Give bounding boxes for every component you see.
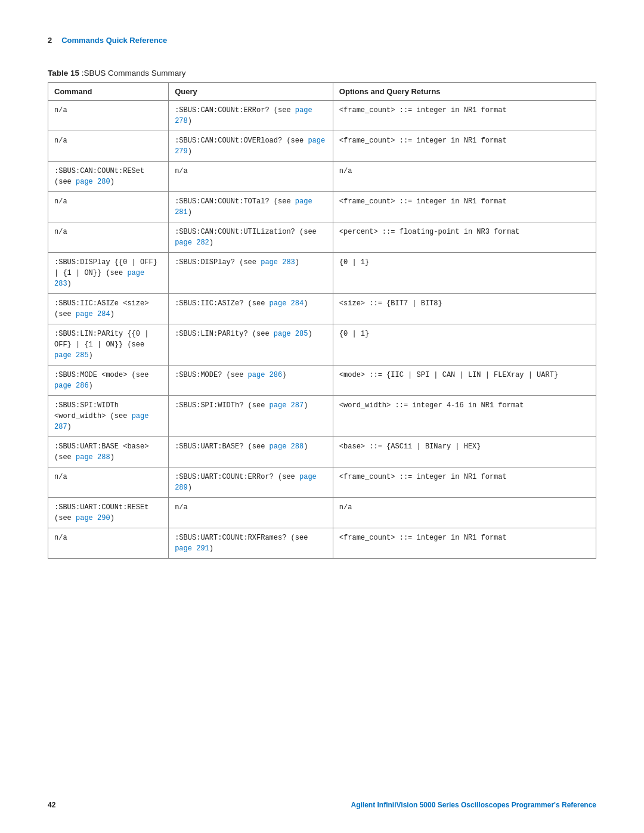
page-link[interactable]: page 291 xyxy=(175,544,209,553)
table-caption: Table 15 :SBUS Commands Summary xyxy=(48,69,596,78)
footer-product-name: Agilent InfiniiVision 5000 Series Oscill… xyxy=(351,801,596,809)
table-row: :SBUS:LIN:PARity {{0 | OFF} | {1 | ON}} … xyxy=(48,324,596,366)
cell-options: {0 | 1} xyxy=(333,324,596,366)
page-link[interactable]: page 285 xyxy=(274,330,308,338)
page-link[interactable]: page 284 xyxy=(270,299,304,308)
cell-options: <size> ::= {BIT7 | BIT8} xyxy=(333,294,596,324)
col-header-command: Command xyxy=(48,83,169,101)
page-link[interactable]: page 280 xyxy=(76,178,110,186)
cell-query: :SBUS:CAN:COUNt:UTILization? (see page 2… xyxy=(169,222,333,253)
cell-command: :SBUS:LIN:PARity {{0 | OFF} | {1 | ON}} … xyxy=(48,324,169,366)
cell-command: n/a xyxy=(48,528,169,559)
cell-options: <mode> ::= {IIC | SPI | CAN | LIN | FLEX… xyxy=(333,366,596,396)
chapter-title: Commands Quick Reference xyxy=(61,36,167,45)
page-link[interactable]: page 278 xyxy=(175,106,312,125)
page-link[interactable]: page 283 xyxy=(261,258,295,267)
header-page-number: 2 xyxy=(48,36,52,45)
page-link[interactable]: page 282 xyxy=(175,239,209,247)
cell-command: :SBUS:CAN:COUNt:RESet (see page 280) xyxy=(48,162,169,192)
cell-query: :SBUS:LIN:PARity? (see page 285) xyxy=(169,324,333,366)
table-row: :SBUS:IIC:ASIZe <size> (see page 284):SB… xyxy=(48,294,596,324)
cell-query: :SBUS:UART:BASE? (see page 288) xyxy=(169,437,333,467)
cell-options: <percent> ::= floating-point in NR3 form… xyxy=(333,222,596,253)
page-link[interactable]: page 279 xyxy=(175,137,325,156)
cell-query: :SBUS:MODE? (see page 286) xyxy=(169,366,333,396)
table-caption-text: :SBUS Commands Summary xyxy=(82,69,186,78)
cell-query: :SBUS:DISPlay? (see page 283) xyxy=(169,253,333,294)
col-header-query: Query xyxy=(169,83,333,101)
cell-command: n/a xyxy=(48,131,169,162)
cell-options: <frame_count> ::= integer in NR1 format xyxy=(333,528,596,559)
cell-command: n/a xyxy=(48,222,169,253)
cell-command: n/a xyxy=(48,467,169,498)
page-link[interactable]: page 283 xyxy=(54,269,144,288)
footer-page-number: 42 xyxy=(48,801,55,809)
cell-command: :SBUS:MODE <mode> (see page 286) xyxy=(48,366,169,396)
table-row: :SBUS:DISPlay {{0 | OFF} | {1 | ON}} (se… xyxy=(48,253,596,294)
page-link[interactable]: page 289 xyxy=(175,473,317,492)
page-link[interactable]: page 281 xyxy=(175,197,312,216)
cell-command: :SBUS:UART:BASE <base> (see page 288) xyxy=(48,437,169,467)
page-link[interactable]: page 286 xyxy=(248,371,283,379)
cell-query: n/a xyxy=(169,498,333,528)
page-link[interactable]: page 288 xyxy=(270,442,304,451)
cell-options: <frame_count> ::= integer in NR1 format xyxy=(333,101,596,131)
table-row: :SBUS:SPI:WIDTh <word_width> (see page 2… xyxy=(48,396,596,437)
page-link[interactable]: page 285 xyxy=(54,351,89,360)
cell-query: :SBUS:CAN:COUNt:OVERload? (see page 279) xyxy=(169,131,333,162)
table-row: n/a:SBUS:CAN:COUNt:ERRor? (see page 278)… xyxy=(48,101,596,131)
table-row: :SBUS:UART:COUNt:RESEt (see page 290)n/a… xyxy=(48,498,596,528)
page-link[interactable]: page 286 xyxy=(54,382,89,390)
col-header-options: Options and Query Returns xyxy=(333,83,596,101)
table-label: Table 15 xyxy=(48,69,79,78)
page-link[interactable]: page 284 xyxy=(76,310,110,318)
sbus-commands-table: Command Query Options and Query Returns … xyxy=(48,82,596,559)
cell-options: <base> ::= {ASCii | BINary | HEX} xyxy=(333,437,596,467)
cell-query: :SBUS:CAN:COUNt:TOTal? (see page 281) xyxy=(169,192,333,222)
table-row: :SBUS:UART:BASE <base> (see page 288):SB… xyxy=(48,437,596,467)
cell-options: <frame_count> ::= integer in NR1 format xyxy=(333,192,596,222)
page-link[interactable]: page 287 xyxy=(270,401,304,410)
cell-command: :SBUS:SPI:WIDTh <word_width> (see page 2… xyxy=(48,396,169,437)
cell-command: n/a xyxy=(48,192,169,222)
table-row: :SBUS:CAN:COUNt:RESet (see page 280)n/an… xyxy=(48,162,596,192)
cell-command: :SBUS:UART:COUNt:RESEt (see page 290) xyxy=(48,498,169,528)
cell-options: <frame_count> ::= integer in NR1 format xyxy=(333,467,596,498)
cell-options: <word_width> ::= integer 4-16 in NR1 for… xyxy=(333,396,596,437)
cell-query: :SBUS:UART:COUNt:ERRor? (see page 289) xyxy=(169,467,333,498)
cell-options: n/a xyxy=(333,498,596,528)
cell-query: :SBUS:IIC:ASIZe? (see page 284) xyxy=(169,294,333,324)
page-link[interactable]: page 287 xyxy=(54,412,148,431)
table-row: n/a:SBUS:CAN:COUNt:OVERload? (see page 2… xyxy=(48,131,596,162)
cell-options: <frame_count> ::= integer in NR1 format xyxy=(333,131,596,162)
table-row: n/a:SBUS:CAN:COUNt:UTILization? (see pag… xyxy=(48,222,596,253)
page-link[interactable]: page 288 xyxy=(76,453,110,462)
cell-command: :SBUS:IIC:ASIZe <size> (see page 284) xyxy=(48,294,169,324)
table-row: n/a:SBUS:UART:COUNt:ERRor? (see page 289… xyxy=(48,467,596,498)
cell-options: n/a xyxy=(333,162,596,192)
cell-command: :SBUS:DISPlay {{0 | OFF} | {1 | ON}} (se… xyxy=(48,253,169,294)
cell-command: n/a xyxy=(48,101,169,131)
cell-options: {0 | 1} xyxy=(333,253,596,294)
cell-query: :SBUS:SPI:WIDTh? (see page 287) xyxy=(169,396,333,437)
cell-query: n/a xyxy=(169,162,333,192)
table-row: :SBUS:MODE <mode> (see page 286):SBUS:MO… xyxy=(48,366,596,396)
cell-query: :SBUS:CAN:COUNt:ERRor? (see page 278) xyxy=(169,101,333,131)
table-row: n/a:SBUS:UART:COUNt:RXFRames? (see page … xyxy=(48,528,596,559)
page-link[interactable]: page 290 xyxy=(76,514,110,522)
cell-query: :SBUS:UART:COUNt:RXFRames? (see page 291… xyxy=(169,528,333,559)
table-row: n/a:SBUS:CAN:COUNt:TOTal? (see page 281)… xyxy=(48,192,596,222)
